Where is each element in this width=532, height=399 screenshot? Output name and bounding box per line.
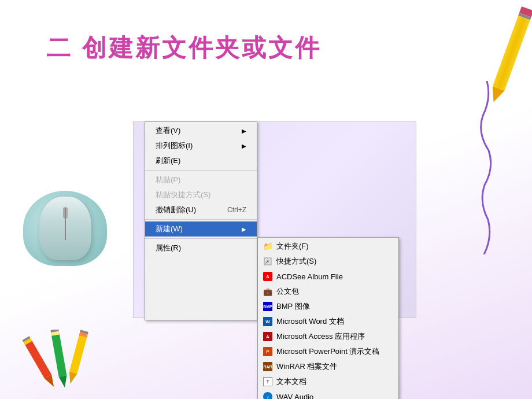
access-icon: A <box>263 331 273 342</box>
arrow-icon: ▶ <box>242 226 246 232</box>
menu-item-paste[interactable]: 粘贴(P) <box>145 172 257 187</box>
arrow-icon: ▶ <box>242 128 246 134</box>
submenu-item-wav[interactable]: ♪ WAV Audio <box>258 389 398 399</box>
context-menu-left: 查看(V) ▶ 排列图标(I) ▶ 刷新(E) 粘贴(P) 粘贴快捷方式(S) … <box>145 121 257 320</box>
context-menu-area: 查看(V) ▶ 排列图标(I) ▶ 刷新(E) 粘贴(P) 粘贴快捷方式(S) … <box>145 121 399 320</box>
folder-icon: 📁 <box>263 241 273 252</box>
arrow-icon: ▶ <box>242 143 246 149</box>
menu-separator-2 <box>145 219 257 220</box>
submenu-item-word[interactable]: W Microsoft Word 文档 <box>258 314 398 329</box>
ppt-icon: P <box>263 346 273 357</box>
mouse-image <box>23 191 107 266</box>
menu-item-sort[interactable]: 排列图标(I) ▶ <box>145 138 257 153</box>
submenu-item-folder[interactable]: 📁 文件夹(F) <box>258 239 398 254</box>
menu-separator-3 <box>145 238 257 239</box>
menu-item-view[interactable]: 查看(V) ▶ <box>145 123 257 138</box>
menu-item-new[interactable]: 新建(W) ▶ <box>145 221 257 237</box>
svg-marker-5 <box>59 375 69 387</box>
submenu-item-ppt[interactable]: P Microsoft PowerPoint 演示文稿 <box>258 344 398 359</box>
svg-text:↗: ↗ <box>265 259 269 265</box>
svg-rect-0 <box>24 339 51 379</box>
menu-item-properties[interactable]: 属性(R) <box>145 241 257 256</box>
bmp-icon: BMP <box>263 301 273 312</box>
wavy-line-decoration <box>480 81 494 254</box>
svg-rect-4 <box>51 332 67 376</box>
bottom-pencils-decoration <box>12 330 110 387</box>
menu-item-undo[interactable]: 撤销删除(U) Ctrl+Z <box>145 202 257 217</box>
acdsee-icon: A <box>263 271 273 282</box>
winrar-icon: RAR <box>263 361 273 372</box>
page-title: 二 创建新文件夹或文件 <box>46 32 322 64</box>
context-submenu-right: 📁 文件夹(F) ↗ 快捷方式(S) A ACDSee Album File 💼… <box>257 237 399 399</box>
text-icon: T <box>263 376 273 387</box>
svg-marker-9 <box>66 372 77 385</box>
submenu-item-shortcut[interactable]: ↗ 快捷方式(S) <box>258 254 398 269</box>
shortcut-label: Ctrl+Z <box>227 206 246 214</box>
svg-rect-8 <box>69 334 87 374</box>
shortcut-icon: ↗ <box>263 256 273 267</box>
menu-item-refresh[interactable]: 刷新(E) <box>145 153 257 168</box>
menu-item-paste-shortcut[interactable]: 粘贴快捷方式(S) <box>145 187 257 202</box>
submenu-item-winrar[interactable]: RAR WinRAR 档案文件 <box>258 359 398 374</box>
menu-separator-1 <box>145 170 257 171</box>
submenu-item-access[interactable]: A Microsoft Access 应用程序 <box>258 329 398 344</box>
submenu-item-bmp[interactable]: BMP BMP 图像 <box>258 299 398 314</box>
wav-icon: ♪ <box>263 391 273 399</box>
submenu-item-acdsee[interactable]: A ACDSee Album File <box>258 269 398 284</box>
submenu-item-doc-bag[interactable]: 💼 公文包 <box>258 284 398 299</box>
doc-bag-icon: 💼 <box>263 286 273 297</box>
word-icon: W <box>263 316 273 327</box>
submenu-item-text[interactable]: T 文本文档 <box>258 374 398 389</box>
